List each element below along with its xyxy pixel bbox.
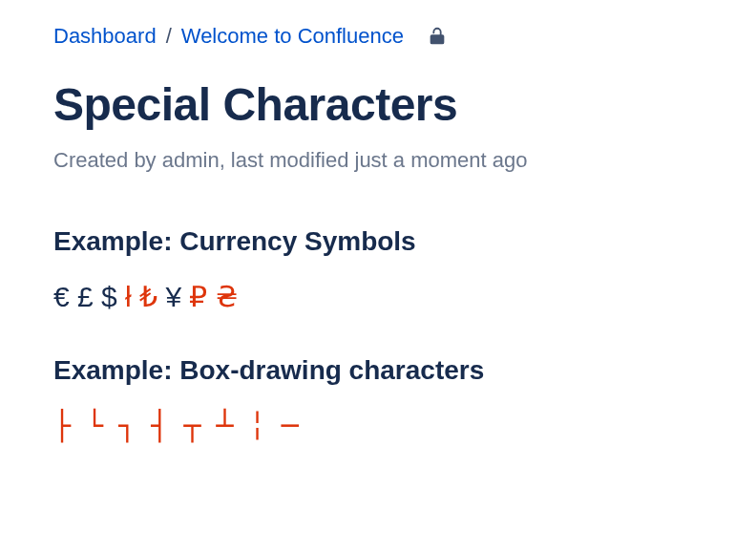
section-heading-box: Example: Box-drawing characters <box>53 355 756 386</box>
currency-run-3: ₽ ₴ <box>189 281 237 312</box>
box-char-5: ┴ <box>216 409 239 442</box>
unlock-icon[interactable] <box>427 26 448 47</box>
page-meta: Created by admin, last modified just a m… <box>53 148 756 173</box>
box-char-4: ┬ <box>183 409 206 442</box>
box-char-0: ├ <box>53 409 76 442</box>
box-char-7: ─ <box>281 409 304 442</box>
breadcrumb: Dashboard / Welcome to Confluence <box>53 23 756 50</box>
box-char-1: └ <box>86 409 109 442</box>
box-drawing-line: ├└┐┤┬┴╎─ <box>53 409 756 442</box>
box-char-6: ╎ <box>248 409 271 442</box>
box-char-2: ┐ <box>118 409 141 442</box>
page-title: Special Characters <box>53 78 756 131</box>
page-content: Dashboard / Welcome to Confluence Specia… <box>0 0 756 442</box>
breadcrumb-link-space[interactable]: Welcome to Confluence <box>181 23 404 50</box>
box-char-3: ┤ <box>151 409 174 442</box>
breadcrumb-link-dashboard[interactable]: Dashboard <box>53 23 157 50</box>
currency-symbols-line: € £ $ ł ₺ ¥ ₽ ₴ <box>53 280 756 313</box>
currency-run-2: ¥ <box>158 281 189 312</box>
section-heading-currency: Example: Currency Symbols <box>53 226 756 257</box>
breadcrumb-separator: / <box>166 23 172 50</box>
currency-run-1: ł ₺ <box>125 281 158 312</box>
currency-run-0: € £ $ <box>53 281 125 312</box>
